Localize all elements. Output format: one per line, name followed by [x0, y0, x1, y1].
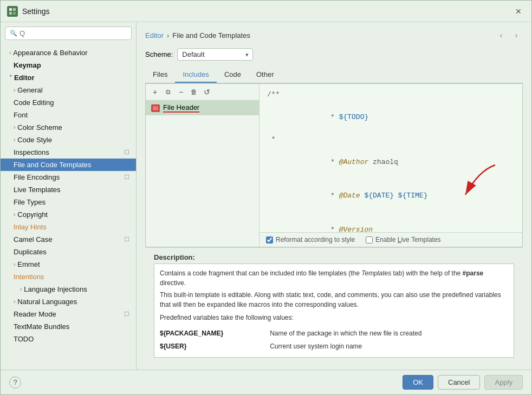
- sidebar-item-label: Keymap: [14, 61, 41, 69]
- sidebar-item-live-templates[interactable]: Live Templates: [1, 183, 136, 196]
- expand-arrow: ›: [14, 212, 15, 218]
- reformat-checkbox[interactable]: [266, 236, 273, 243]
- back-button[interactable]: ‹: [495, 29, 508, 42]
- sidebar-item-label: Duplicates: [14, 248, 47, 256]
- sidebar-item-textmate-bundles[interactable]: TextMate Bundles: [1, 320, 136, 333]
- svg-rect-0: [9, 8, 12, 11]
- ok-button[interactable]: OK: [403, 375, 433, 390]
- nav-section: › Appearance & Behavior Keymap ˅ Editor …: [1, 44, 136, 370]
- sidebar-item-label: File and Code Templates: [14, 161, 92, 169]
- expand-arrow: ›: [14, 124, 15, 130]
- sidebar-item-font[interactable]: Font: [1, 109, 136, 121]
- svg-rect-3: [13, 12, 16, 15]
- expand-arrow: ˅: [9, 75, 12, 81]
- sidebar-item-copyright[interactable]: › Copyright: [1, 208, 136, 221]
- tabs: Files Includes Code Other: [145, 67, 523, 83]
- file-item-header[interactable]: File Header: [146, 101, 259, 115]
- search-input[interactable]: [20, 29, 127, 37]
- sidebar-item-editor[interactable]: ˅ Editor: [1, 71, 136, 84]
- sidebar-item-label: TODO: [14, 335, 34, 343]
- sidebar-item-label: Appearance & Behavior: [13, 49, 87, 57]
- tab-code[interactable]: Code: [217, 67, 249, 83]
- remove-button[interactable]: −: [175, 86, 187, 98]
- reset-button[interactable]: ↺: [201, 86, 213, 98]
- sidebar-item-keymap[interactable]: Keymap: [1, 59, 136, 71]
- options-row: Reformat according to style Enable Live …: [259, 232, 522, 247]
- tab-includes[interactable]: Includes: [175, 67, 216, 83]
- nav-badge: ☐: [124, 236, 129, 243]
- tab-other[interactable]: Other: [249, 67, 282, 83]
- file-underline: [163, 111, 199, 113]
- breadcrumb-separator: ›: [167, 31, 169, 40]
- breadcrumb-parent: Editor: [145, 31, 164, 40]
- sidebar-item-inlay-hints[interactable]: Inlay Hints: [1, 221, 136, 233]
- sidebar-item-label: Copyright: [17, 210, 48, 219]
- sidebar-item-label: Language Injections: [24, 285, 87, 293]
- action-buttons: OK Cancel Apply: [403, 375, 523, 390]
- sidebar-item-file-encodings[interactable]: File Encodings ☐: [1, 171, 136, 183]
- cancel-button[interactable]: Cancel: [438, 375, 480, 390]
- app-icon: [7, 6, 18, 17]
- sidebar-item-inspections[interactable]: Inspections ☐: [1, 146, 136, 159]
- sidebar-item-general[interactable]: › General: [1, 84, 136, 96]
- tab-files[interactable]: Files: [145, 67, 175, 83]
- sidebar-item-camel-case[interactable]: Camel Case ☐: [1, 233, 136, 246]
- sidebar-item-duplicates[interactable]: Duplicates: [1, 246, 136, 258]
- code-panel: /** * ${TODO} * * @Author zhaolq * @Date…: [259, 84, 522, 247]
- sidebar-item-code-style[interactable]: › Code Style: [1, 134, 136, 146]
- sidebar-item-appearance[interactable]: › Appearance & Behavior: [1, 47, 136, 59]
- file-item-label: File Header: [163, 103, 199, 113]
- forward-button[interactable]: ›: [510, 29, 523, 42]
- sidebar-item-label: Emmet: [17, 260, 40, 268]
- settings-window: Settings ✕ 🔍 › Appearance & Behavior Key…: [0, 0, 532, 395]
- breadcrumb: Editor › File and Code Templates ‹ ›: [145, 29, 523, 42]
- search-box[interactable]: 🔍: [5, 27, 132, 40]
- main-panel: Editor › File and Code Templates ‹ › Sch…: [137, 22, 531, 370]
- sidebar-item-label: General: [17, 86, 42, 94]
- live-templates-checkbox[interactable]: [366, 236, 373, 243]
- nav-badge: ☐: [124, 174, 129, 181]
- file-list-toolbar: + ⧉ − 🗑 ↺: [146, 84, 259, 101]
- code-line: *: [267, 134, 515, 146]
- code-editor[interactable]: /** * ${TODO} * * @Author zhaolq * @Date…: [259, 84, 522, 232]
- sidebar-item-label: Font: [14, 111, 28, 119]
- sidebar-item-file-types[interactable]: File Types: [1, 196, 136, 208]
- sidebar-item-intentions[interactable]: Intentions: [1, 271, 136, 283]
- sidebar-item-label: Camel Case: [14, 235, 53, 243]
- file-icon-inner: [153, 106, 158, 110]
- sidebar-item-natural-languages[interactable]: › Natural Languages: [1, 295, 136, 308]
- sidebar-item-emmet[interactable]: › Emmet: [1, 258, 136, 271]
- expand-arrow: ›: [14, 261, 15, 267]
- description-box: Contains a code fragment that can be inc…: [154, 264, 514, 358]
- var-name: ${USER}: [160, 340, 270, 353]
- expand-arrow: ›: [14, 87, 15, 93]
- sidebar-item-code-editing[interactable]: Code Editing: [1, 96, 136, 109]
- help-button[interactable]: ?: [9, 377, 21, 389]
- scheme-select[interactable]: Default Project: [177, 48, 253, 61]
- apply-button[interactable]: Apply: [484, 375, 523, 390]
- search-icon: 🔍: [10, 30, 17, 37]
- variables-table: ${PACKAGE_NAME} Name of the package in w…: [160, 327, 508, 353]
- close-button[interactable]: ✕: [512, 5, 525, 18]
- live-templates-checkbox-group: Enable Live Templates: [366, 236, 441, 243]
- add-button[interactable]: +: [149, 86, 161, 98]
- sidebar-item-color-scheme[interactable]: › Color Scheme: [1, 121, 136, 134]
- var-desc: Name of the package in which the new fil…: [270, 327, 508, 340]
- expand-arrow: ›: [14, 299, 15, 305]
- live-templates-label: Enable Live Templates: [375, 236, 441, 243]
- sidebar-item-label: File Types: [14, 198, 46, 206]
- bottom-bar: ? OK Cancel Apply: [1, 370, 531, 394]
- breadcrumb-nav: ‹ ›: [495, 29, 523, 42]
- scheme-row: Scheme: Default Project: [145, 48, 523, 61]
- sidebar-item-file-code-templates[interactable]: File and Code Templates: [1, 159, 136, 171]
- sidebar-item-reader-mode[interactable]: Reader Mode ☐: [1, 308, 136, 320]
- sidebar-item-label: Reader Mode: [14, 310, 56, 318]
- sidebar-item-language-injections[interactable]: › Language Injections: [1, 283, 136, 295]
- sidebar-item-label: Code Editing: [14, 98, 54, 107]
- sidebar-item-todo[interactable]: TODO: [1, 333, 136, 345]
- svg-rect-2: [9, 12, 12, 15]
- breadcrumb-current: File and Code Templates: [172, 31, 250, 40]
- delete-button[interactable]: 🗑: [188, 86, 200, 98]
- copy-button[interactable]: ⧉: [162, 86, 174, 98]
- sidebar-item-label: Inlay Hints: [14, 223, 47, 231]
